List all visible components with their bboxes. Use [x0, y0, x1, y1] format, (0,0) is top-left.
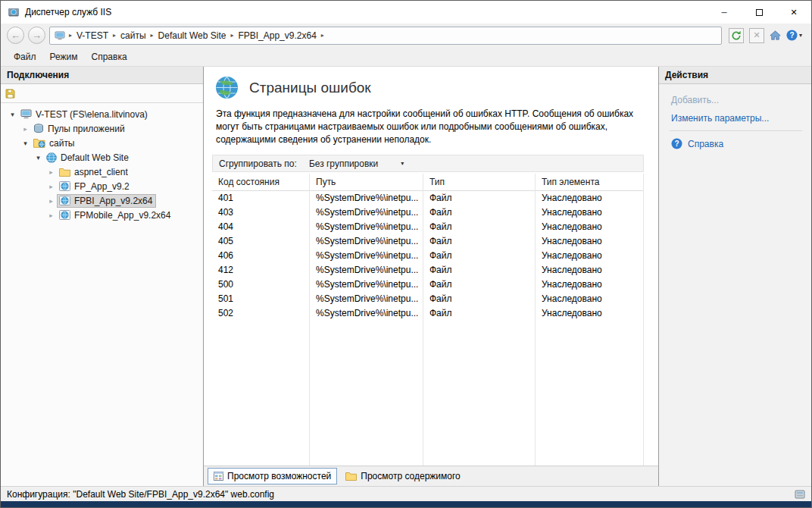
table-cell[interactable]: Файл	[423, 292, 535, 306]
help-menu-button[interactable]: ? ▾	[786, 30, 802, 41]
column-header[interactable]: Код состояния	[212, 174, 309, 191]
table-cell[interactable]: Файл	[423, 205, 535, 220]
tree-item[interactable]: ▾сайты	[1, 136, 203, 150]
breadcrumb-arrow-icon: ▸	[111, 32, 118, 39]
tab-features[interactable]: Просмотр возможностей	[208, 468, 337, 484]
save-connections-button[interactable]	[5, 89, 15, 99]
tree-item[interactable]: ▾Default Web Site	[1, 150, 203, 165]
tree-item[interactable]: ▾V-TEST (FS\elena.litvinova)	[1, 107, 203, 121]
table-cell[interactable]: %SystemDrive%\inetpu...	[310, 263, 423, 278]
group-by-dropdown[interactable]: Без группировки ▾	[304, 157, 410, 171]
tree-item[interactable]: ▸Пулы приложений	[1, 121, 203, 136]
maximize-button[interactable]	[742, 1, 776, 24]
collapse-arrow-icon[interactable]: ▾	[33, 154, 44, 161]
table-cell[interactable]: %SystemDrive%\inetpu...	[310, 234, 423, 249]
iis-logo-icon	[8, 6, 20, 18]
table-cell[interactable]: 502	[212, 306, 309, 321]
table-cell[interactable]: %SystemDrive%\inetpu...	[310, 249, 423, 263]
breadcrumb-item[interactable]: V-TEST	[74, 29, 111, 42]
feature-description: Эта функция предназначена для настройки …	[216, 108, 649, 146]
collapse-arrow-icon[interactable]: ▾	[7, 111, 18, 118]
expand-arrow-icon[interactable]: ▸	[45, 183, 57, 190]
connections-title: Подключения	[7, 70, 69, 80]
table-cell[interactable]: Файл	[423, 278, 535, 292]
edit-settings-action[interactable]: Изменить параметры...	[670, 109, 802, 127]
site-icon	[46, 152, 57, 163]
table-cell[interactable]: %SystemDrive%\inetpu...	[310, 205, 423, 220]
tab-content[interactable]: Просмотр содержимого	[339, 468, 466, 484]
table-cell[interactable]: %SystemDrive%\inetpu...	[310, 306, 423, 321]
home-button[interactable]	[770, 30, 781, 40]
folder-icon	[59, 168, 70, 177]
help-action[interactable]: ?Справка	[670, 134, 802, 153]
menu-item[interactable]: Режим	[43, 49, 85, 65]
add-action[interactable]: Добавить...	[670, 91, 802, 109]
expand-arrow-icon[interactable]: ▸	[20, 125, 31, 133]
collapse-arrow-icon[interactable]: ▾	[20, 140, 31, 147]
table-cell[interactable]: Унаследовано	[536, 220, 643, 234]
breadcrumb-item[interactable]: сайты	[118, 29, 148, 42]
table-cell[interactable]: Унаследовано	[536, 234, 643, 249]
feature-view: Страницы ошибок Эта функция предназначен…	[204, 67, 658, 486]
table-cell[interactable]: Унаследовано	[536, 278, 643, 292]
tree-item-label: Default Web Site	[61, 152, 129, 163]
table-cell[interactable]: 401	[212, 191, 309, 205]
table-cell[interactable]: Унаследовано	[536, 205, 643, 220]
refresh-button[interactable]	[729, 28, 744, 43]
table-cell[interactable]: %SystemDrive%\inetpu...	[310, 292, 423, 306]
table-cell[interactable]: Унаследовано	[536, 263, 643, 278]
table-cell[interactable]: Файл	[423, 220, 535, 234]
table-cell[interactable]: Унаследовано	[536, 306, 643, 321]
stop-button[interactable]: ✕	[749, 28, 764, 43]
table-cell[interactable]: Унаследовано	[536, 249, 643, 263]
breadcrumb-item[interactable]: FPBI_App_v9.2x64	[236, 29, 318, 42]
table-cell[interactable]: Унаследовано	[536, 191, 643, 205]
table-cell[interactable]: 404	[212, 220, 309, 234]
table-cell[interactable]: Файл	[423, 306, 535, 321]
table-cell[interactable]: 405	[212, 234, 309, 249]
tree-item[interactable]: ▸FPBI_App_v9.2x64	[1, 193, 203, 208]
back-button[interactable]: ←	[7, 27, 24, 44]
table-cell[interactable]: Файл	[423, 249, 535, 263]
back-icon: ←	[11, 30, 20, 41]
forward-button[interactable]: →	[28, 27, 45, 44]
action-label: Изменить параметры...	[671, 113, 769, 124]
expand-arrow-icon[interactable]: ▸	[45, 197, 57, 205]
minimize-button[interactable]: ─	[707, 1, 742, 24]
features-view-icon	[214, 472, 223, 481]
column-header[interactable]: Путь	[310, 174, 423, 191]
address-bar: ← → ▸V-TEST▸сайты▸Default Web Site▸FPBI_…	[1, 24, 811, 47]
table-cell[interactable]: %SystemDrive%\inetpu...	[310, 220, 423, 234]
menu-item[interactable]: Справка	[85, 49, 134, 65]
table-cell[interactable]: Файл	[423, 234, 535, 249]
table-cell[interactable]: Файл	[423, 263, 535, 278]
table-cell[interactable]: Файл	[423, 191, 535, 205]
tree-item-label: aspnet_client	[74, 167, 128, 177]
breadcrumb-item[interactable]: Default Web Site	[156, 29, 229, 42]
stop-icon: ✕	[753, 30, 760, 40]
page-title: Страницы ошибок	[249, 80, 371, 96]
tree-item[interactable]: ▸FPMobile_App_v9.2x64	[1, 208, 203, 222]
table-cell[interactable]: 501	[212, 292, 309, 306]
menu-item[interactable]: Файл	[7, 49, 43, 65]
close-button[interactable]: ✕	[776, 1, 811, 24]
column-header[interactable]: Тип элемента	[536, 174, 643, 191]
tree-item-label: Пулы приложений	[48, 124, 125, 134]
table-cell[interactable]: 406	[212, 249, 309, 263]
breadcrumb-field[interactable]: ▸V-TEST▸сайты▸Default Web Site▸FPBI_App_…	[49, 27, 722, 45]
tree-item[interactable]: ▸FP_App_v9.2	[1, 179, 203, 193]
view-tabs: Просмотр возможностейПросмотр содержимог…	[204, 466, 658, 486]
tree-item[interactable]: ▸aspnet_client	[1, 165, 203, 179]
table-cell[interactable]: %SystemDrive%\inetpu...	[310, 191, 423, 205]
table-cell[interactable]: 403	[212, 205, 309, 220]
titlebar: Диспетчер служб IIS ─ ✕	[1, 1, 811, 24]
expand-arrow-icon[interactable]: ▸	[45, 168, 57, 176]
actions-header: Действия	[659, 67, 811, 84]
table-cell[interactable]: Унаследовано	[536, 292, 643, 306]
feature-header: Страницы ошибок	[204, 67, 658, 102]
expand-arrow-icon[interactable]: ▸	[45, 212, 57, 219]
table-cell[interactable]: 412	[212, 263, 309, 278]
column-header[interactable]: Тип	[423, 174, 535, 191]
table-cell[interactable]: 500	[212, 278, 309, 292]
table-cell[interactable]: %SystemDrive%\inetpu...	[310, 278, 423, 292]
